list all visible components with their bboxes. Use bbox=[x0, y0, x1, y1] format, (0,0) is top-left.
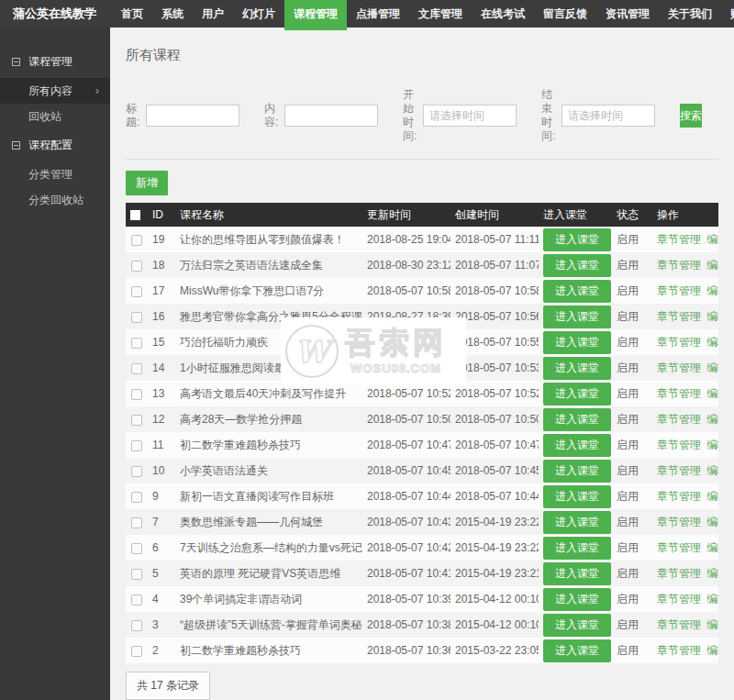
chapter-manage-link[interactable]: 章节管理 bbox=[657, 644, 701, 657]
start-time-input[interactable] bbox=[423, 105, 517, 127]
edit-link[interactable]: 编辑 bbox=[706, 439, 718, 451]
row-checkbox[interactable] bbox=[131, 389, 142, 400]
add-button[interactable]: 新增 bbox=[126, 171, 168, 195]
row-checkbox[interactable] bbox=[131, 620, 142, 631]
chapter-manage-link[interactable]: 章节管理 bbox=[657, 516, 701, 528]
chapter-manage-link[interactable]: 章节管理 bbox=[657, 233, 701, 246]
table-row: 5 英语的原理 死记硬背VS英语思维 2018-05-07 10:41 2015… bbox=[126, 561, 718, 586]
enter-class-button[interactable]: 进入课堂 bbox=[543, 639, 611, 662]
enter-class-button[interactable]: 进入课堂 bbox=[543, 460, 611, 483]
edit-link[interactable]: 编辑 bbox=[706, 310, 718, 323]
nav-item-feedback[interactable]: 留言反馈 bbox=[534, 0, 596, 28]
row-actions: 章节管理 编辑 删除 bbox=[652, 432, 718, 458]
chapter-manage-link[interactable]: 章节管理 bbox=[657, 336, 701, 349]
chapter-manage-link[interactable]: 章节管理 bbox=[657, 593, 701, 606]
row-checkbox[interactable] bbox=[131, 440, 142, 451]
edit-link[interactable]: 编辑 bbox=[706, 644, 718, 657]
nav-item-finance-mgmt[interactable]: 财务管理 bbox=[721, 0, 734, 28]
enter-class-button[interactable]: 进入课堂 bbox=[543, 331, 611, 354]
edit-link[interactable]: 编辑 bbox=[706, 233, 718, 246]
sidebar-item-all-content[interactable]: 所有内容 › bbox=[0, 78, 110, 104]
content-filter-input[interactable] bbox=[284, 105, 378, 127]
chapter-manage-link[interactable]: 章节管理 bbox=[657, 310, 701, 323]
course-id: 16 bbox=[148, 304, 175, 329]
row-checkbox[interactable] bbox=[131, 517, 142, 528]
edit-link[interactable]: 编辑 bbox=[706, 516, 718, 528]
nav-item-library-mgmt[interactable]: 文库管理 bbox=[409, 0, 472, 28]
nav-item-users[interactable]: 用户 bbox=[193, 0, 233, 28]
edit-link[interactable]: 编辑 bbox=[706, 618, 718, 631]
row-checkbox[interactable] bbox=[131, 312, 142, 323]
enter-class-button[interactable]: 进入课堂 bbox=[543, 537, 611, 560]
chapter-manage-link[interactable]: 章节管理 bbox=[657, 567, 701, 580]
edit-link[interactable]: 编辑 bbox=[706, 361, 718, 374]
chapter-manage-link[interactable]: 章节管理 bbox=[657, 464, 701, 477]
row-checkbox[interactable] bbox=[131, 235, 142, 246]
enter-class-button[interactable]: 进入课堂 bbox=[543, 306, 611, 328]
edit-link[interactable]: 编辑 bbox=[706, 490, 718, 503]
nav-item-system[interactable]: 系统 bbox=[152, 0, 193, 28]
edit-link[interactable]: 编辑 bbox=[706, 567, 718, 580]
row-checkbox[interactable] bbox=[131, 261, 142, 272]
nav-item-about-us[interactable]: 关于我们 bbox=[659, 0, 721, 28]
row-checkbox[interactable] bbox=[131, 543, 142, 554]
edit-link[interactable]: 编辑 bbox=[706, 387, 718, 400]
nav-item-course-mgmt[interactable]: 课程管理 bbox=[284, 0, 347, 30]
chapter-manage-link[interactable]: 章节管理 bbox=[657, 284, 701, 297]
sidebar-item-category-mgmt[interactable]: 分类管理 bbox=[0, 161, 110, 187]
row-checkbox[interactable] bbox=[131, 415, 142, 426]
row-checkbox[interactable] bbox=[131, 338, 142, 349]
chapter-manage-link[interactable]: 章节管理 bbox=[657, 413, 701, 426]
row-checkbox[interactable] bbox=[131, 594, 142, 606]
select-all-checkbox[interactable] bbox=[130, 210, 140, 220]
enter-class-button[interactable]: 进入课堂 bbox=[543, 562, 611, 585]
chapter-manage-link[interactable]: 章节管理 bbox=[657, 618, 701, 631]
sidebar-item-category-recycle[interactable]: 分类回收站 bbox=[0, 187, 110, 213]
nav-item-online-exam[interactable]: 在线考试 bbox=[472, 0, 534, 28]
enter-class-button[interactable]: 进入课堂 bbox=[543, 228, 611, 251]
title-filter-input[interactable] bbox=[146, 105, 239, 127]
nav-item-news-mgmt[interactable]: 资讯管理 bbox=[596, 0, 659, 28]
row-checkbox[interactable] bbox=[131, 492, 142, 503]
nav-item-slides[interactable]: 幻灯片 bbox=[233, 0, 284, 28]
app-logo[interactable]: 蒲公英在线教学 bbox=[0, 0, 112, 28]
course-name: 初二数学重难题秒杀技巧 bbox=[175, 432, 362, 458]
nav-item-home[interactable]: 首页 bbox=[112, 0, 152, 28]
nav-item-vod-mgmt[interactable]: 点播管理 bbox=[347, 0, 409, 28]
edit-link[interactable]: 编辑 bbox=[706, 336, 718, 349]
enter-class-button[interactable]: 进入课堂 bbox=[543, 434, 611, 457]
row-checkbox[interactable] bbox=[131, 286, 142, 297]
edit-link[interactable]: 编辑 bbox=[706, 593, 718, 606]
enter-class-button[interactable]: 进入课堂 bbox=[543, 254, 611, 277]
search-button[interactable]: 搜索 bbox=[680, 104, 702, 128]
chapter-manage-link[interactable]: 章节管理 bbox=[657, 541, 701, 554]
enter-class-button[interactable]: 进入课堂 bbox=[543, 280, 611, 303]
row-checkbox[interactable] bbox=[131, 646, 142, 657]
enter-class-button[interactable]: 进入课堂 bbox=[543, 614, 611, 637]
edit-link[interactable]: 编辑 bbox=[706, 464, 718, 477]
row-checkbox[interactable] bbox=[131, 466, 142, 477]
enter-class-button[interactable]: 进入课堂 bbox=[543, 511, 611, 534]
enter-class-button[interactable]: 进入课堂 bbox=[543, 357, 611, 380]
edit-link[interactable]: 编辑 bbox=[706, 284, 718, 297]
row-checkbox[interactable] bbox=[131, 363, 142, 374]
chapter-manage-link[interactable]: 章节管理 bbox=[657, 490, 701, 503]
enter-class-button[interactable]: 进入课堂 bbox=[543, 588, 611, 611]
sidebar-section-header[interactable]: 课程配置 bbox=[0, 129, 110, 161]
row-checkbox[interactable] bbox=[131, 569, 142, 580]
sidebar-item-recycle[interactable]: 回收站 bbox=[0, 104, 110, 129]
sidebar-section-header[interactable]: 课程管理 bbox=[0, 46, 110, 78]
edit-link[interactable]: 编辑 bbox=[706, 541, 718, 554]
enter-class-button[interactable]: 进入课堂 bbox=[543, 485, 611, 508]
column-header-enter: 进入课堂 bbox=[539, 203, 612, 227]
enter-class-button[interactable]: 进入课堂 bbox=[543, 408, 611, 431]
edit-link[interactable]: 编辑 bbox=[706, 259, 718, 272]
end-time-input[interactable] bbox=[562, 105, 655, 127]
edit-link[interactable]: 编辑 bbox=[706, 413, 718, 426]
chapter-manage-link[interactable]: 章节管理 bbox=[657, 361, 701, 374]
enter-class-button[interactable]: 进入课堂 bbox=[543, 383, 611, 406]
chapter-manage-link[interactable]: 章节管理 bbox=[657, 259, 701, 272]
divider bbox=[126, 159, 718, 160]
chapter-manage-link[interactable]: 章节管理 bbox=[657, 387, 701, 400]
chapter-manage-link[interactable]: 章节管理 bbox=[657, 439, 701, 451]
